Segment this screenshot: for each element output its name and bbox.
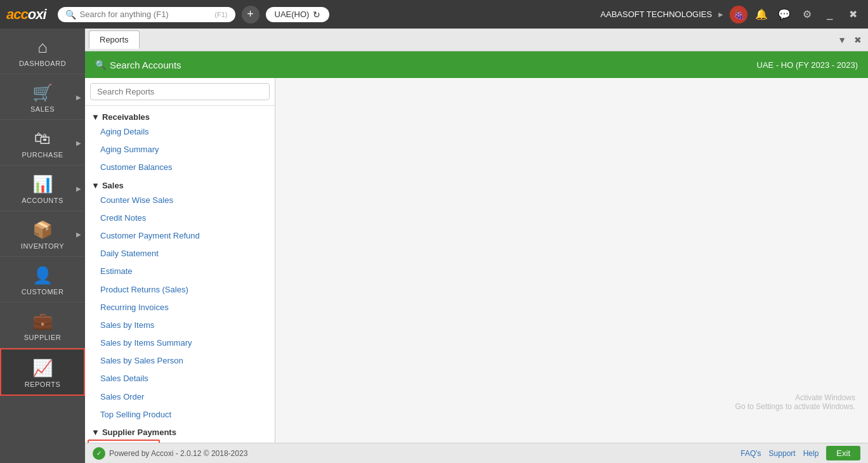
main-layout: ⌂ DASHBOARD 🛒 SALES ▶ 🛍 PURCHASE ▶ 📊 ACC… [0,29,868,463]
sidebar-label-accounts: ACCOUNTS [22,197,63,204]
category-supplier-payments[interactable]: ▼ Supplier Payments [85,424,275,438]
report-sales-by-sales-person[interactable]: Sales by Sales Person [85,352,275,370]
category-sales-label: Sales [102,181,124,190]
report-sales-order[interactable]: Sales Order [85,388,275,406]
sidebar-item-dashboard[interactable]: ⌂ DASHBOARD [0,29,85,74]
user-avatar[interactable]: 🍇 [730,6,747,23]
footer-right: FAQ's Support Help Exit [740,446,860,460]
accounts-arrow-icon: ▶ [76,185,81,192]
footer: ✓ Powered by Accoxi - 2.0.12 © 2018-2023… [85,443,868,463]
report-estimate[interactable]: Estimate [85,263,275,280]
supplier-icon: 💼 [32,311,53,331]
header-title-text: Search Accounts [110,60,181,70]
search-icon: 🔍 [65,10,76,20]
windows-settings-text: Go to Settings to activate Windows. [735,402,855,411]
accounts-icon: 📊 [32,174,53,194]
sales-icon: 🛒 [32,83,53,103]
search-reports-input[interactable] [90,83,270,100]
sidebar-item-reports[interactable]: 📈 REPORTS [0,348,85,396]
support-link[interactable]: Support [769,449,796,458]
sidebar-label-reports: REPORTS [25,381,60,388]
sidebar-label-inventory: INVENTORY [21,242,64,250]
report-sales-details[interactable]: Sales Details [85,370,275,388]
receivables-collapse-icon: ▼ [91,112,100,122]
report-sales-by-items-summary[interactable]: Sales by Items Summary [85,334,275,352]
sidebar-item-accounts[interactable]: 📊 ACCOUNTS ▶ [0,166,85,211]
company-name: AABASOFT TECHNOLOGIES [600,10,712,19]
inventory-icon: 📦 [32,220,53,240]
sidebar-item-inventory[interactable]: 📦 INVENTORY ▶ [0,211,85,257]
shortcut-label: (F1) [214,11,227,18]
report-credit-notes[interactable]: Credit Notes [85,209,275,227]
sidebar: ⌂ DASHBOARD 🛒 SALES ▶ 🛍 PURCHASE ▶ 📊 ACC… [0,29,85,463]
report-top-selling-product[interactable]: Top Selling Product [85,406,275,424]
report-sales-by-items[interactable]: Sales by Items [85,316,275,334]
purchase-icon: 🛍 [34,129,51,148]
sales-arrow-icon: ▶ [76,93,81,100]
category-receivables[interactable]: ▼ Receivables [85,108,275,123]
category-sales[interactable]: ▼ Sales [85,177,275,192]
sidebar-label-sales: SALES [30,105,55,113]
help-link[interactable]: Help [803,449,819,458]
report-counter-wise-sales[interactable]: Counter Wise Sales [85,192,275,209]
dashboard-icon: ⌂ [37,37,48,57]
category-receivables-label: Receivables [102,112,150,122]
report-daily-statement[interactable]: Daily Statement [85,245,275,263]
tab-close-button[interactable]: ✖ [852,34,864,46]
tab-reports[interactable]: Reports [89,30,140,49]
right-panel: Activate Windows Go to Settings to activ… [275,78,868,443]
refresh-icon[interactable]: ↻ [313,10,320,20]
category-supplier-payments-label: Supplier Payments [102,427,176,437]
app-logo: accoxi [6,6,46,23]
windows-activate-text: Activate Windows [735,393,855,402]
sidebar-label-customer: CUSTOMER [22,288,64,296]
report-product-returns-sales[interactable]: Product Returns (Sales) [85,281,275,299]
exit-button[interactable]: Exit [826,446,860,460]
sidebar-label-dashboard: DASHBOARD [19,60,66,67]
tab-bar: Reports ▼ ✖ [85,29,868,51]
sidebar-label-purchase: PURCHASE [22,151,63,159]
global-search-bar[interactable]: 🔍 (F1) [58,7,235,22]
add-button[interactable]: + [242,6,260,23]
minimize-icon[interactable]: ⎯ [821,6,839,23]
header-info: UAE - HO (FY 2023 - 2023) [757,60,858,70]
search-reports-area [85,78,275,106]
report-aging-summary[interactable]: Aging Summary [85,141,275,159]
reports-icon: 📈 [32,358,53,378]
report-payments-made[interactable]: Payments Made [88,440,160,443]
tab-menu-button[interactable]: ▼ [835,34,849,46]
close-icon[interactable]: ✖ [844,6,862,23]
topbar: accoxi 🔍 (F1) + UAE(HO) ↻ AABASOFT TECHN… [0,0,868,29]
expand-icon[interactable]: ► [717,10,725,19]
branch-label: UAE(HO) [275,10,310,19]
left-panel: ▼ Receivables Aging Details Aging Summar… [85,78,275,443]
global-search-input[interactable] [80,10,211,19]
notifications-icon[interactable]: 🔔 [753,6,770,23]
settings-icon[interactable]: ⚙ [798,6,816,23]
topbar-right: AABASOFT TECHNOLOGIES ► 🍇 🔔 💬 ⚙ ⎯ ✖ [600,6,862,23]
supplier-payments-collapse-icon: ▼ [91,427,100,437]
footer-logo: ✓ [93,447,105,460]
messages-icon[interactable]: 💬 [775,6,793,23]
footer-powered-by: Powered by Accoxi - 2.0.12 © 2018-2023 [109,449,247,458]
branch-selector[interactable]: UAE(HO) ↻ [266,7,330,22]
report-aging-details[interactable]: Aging Details [85,123,275,141]
purchase-arrow-icon: ▶ [76,139,81,146]
sidebar-item-customer[interactable]: 👤 CUSTOMER [0,257,85,303]
footer-left: ✓ Powered by Accoxi - 2.0.12 © 2018-2023 [93,447,247,460]
report-customer-balances[interactable]: Customer Balances [85,159,275,176]
sidebar-item-sales[interactable]: 🛒 SALES ▶ [0,74,85,120]
inventory-arrow-icon: ▶ [76,230,81,237]
sidebar-item-supplier[interactable]: 💼 SUPPLIER [0,303,85,348]
customer-icon: 👤 [32,266,53,285]
green-header: 🔍 Search Accounts UAE - HO (FY 2023 - 20… [85,51,868,78]
faq-link[interactable]: FAQ's [740,449,761,458]
panel-layout: ▼ Receivables Aging Details Aging Summar… [85,78,868,443]
report-customer-payment-refund[interactable]: Customer Payment Refund [85,227,275,245]
sidebar-item-purchase[interactable]: 🛍 PURCHASE ▶ [0,120,85,166]
search-accounts-icon: 🔍 [95,60,106,70]
header-title: 🔍 Search Accounts [95,60,181,70]
tab-controls: ▼ ✖ [835,34,864,46]
content-area: Reports ▼ ✖ 🔍 Search Accounts UAE - HO (… [85,29,868,463]
report-recurring-invoices[interactable]: Recurring Invoices [85,299,275,316]
